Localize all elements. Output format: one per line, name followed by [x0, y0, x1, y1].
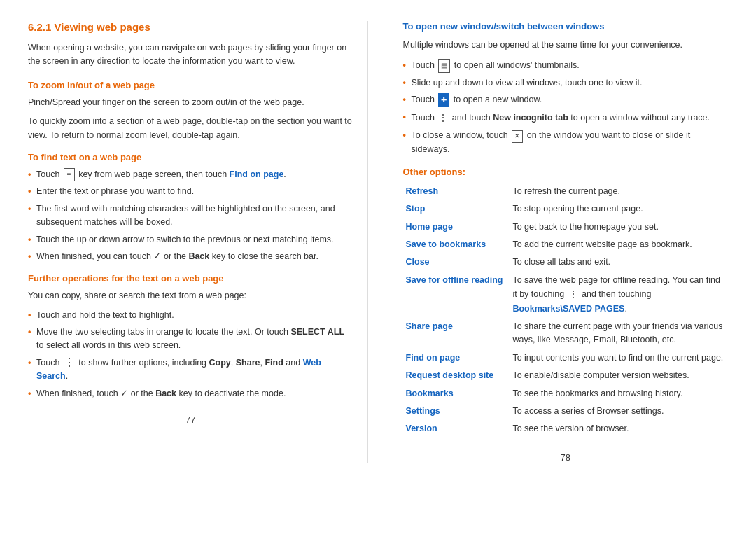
option-row-save-bookmarks: Save to bookmarks To add the current web…: [403, 236, 729, 253]
page-container: 6.2.1 Viewing web pages When opening a w…: [0, 0, 756, 484]
option-label-stop: Stop: [403, 200, 510, 218]
find-text-bullet-1: Touch ≡ key from web page screen, then t…: [28, 168, 354, 182]
zoom-para-1: Pinch/Spread your finger on the screen t…: [28, 96, 354, 109]
window-bullet-1: Touch ▤ to open all windows' thumbnails.: [403, 59, 729, 73]
back-key-ref-2: Back: [155, 389, 176, 398]
window-intro: Multiple windows can be opened at the sa…: [403, 39, 729, 52]
close-window-icon: ✕: [512, 130, 523, 143]
option-row-refresh: Refresh To refresh the current page.: [403, 183, 729, 200]
right-page-number: 78: [403, 452, 729, 463]
dots-icon-2: ⋮: [438, 111, 448, 126]
share-ref: Share: [236, 358, 260, 368]
further-ops-subsection-title: Further operations for the text on a web…: [28, 273, 354, 284]
option-desc-find-on-page: To input contents you want to find on th…: [510, 349, 728, 367]
find-on-page-link: Find on page: [230, 169, 284, 179]
incognito-tab-ref: New incognito tab: [493, 113, 568, 123]
back-key-ref-1: Back: [188, 251, 209, 261]
new-window-icon: ✚: [438, 93, 449, 107]
option-desc-stop: To stop opening the current page.: [510, 200, 728, 218]
further-ops-bullet-2: Move the two selecting tabs in orange to…: [28, 326, 354, 353]
option-label-find-on-page: Find on page: [403, 349, 510, 367]
option-label-settings: Settings: [403, 403, 510, 420]
dots-icon: ⋮: [64, 357, 75, 368]
section-title: 6.2.1 Viewing web pages: [28, 21, 354, 33]
select-all-ref: SELECT ALL: [290, 327, 344, 337]
option-row-share-page: Share page To share the current page wit…: [403, 318, 729, 349]
option-label-homepage: Home page: [403, 218, 510, 236]
option-desc-bookmarks: To see the bookmarks and browsing histor…: [510, 385, 728, 403]
further-ops-bullet-list: Touch and hold the text to highlight. Mo…: [28, 309, 354, 400]
option-row-bookmarks: Bookmarks To see the bookmarks and brows…: [403, 385, 729, 403]
option-desc-version: To see the version of browser.: [510, 420, 728, 438]
find-text-bullet-list: Touch ≡ key from web page screen, then t…: [28, 168, 354, 263]
option-label-save-bookmarks: Save to bookmarks: [403, 236, 510, 253]
other-options-title: Other options:: [403, 167, 729, 177]
window-bullet-3: Touch ✚ to open a new window.: [403, 93, 729, 107]
left-page-number: 77: [28, 414, 354, 425]
option-desc-share-page: To share the current page with your frie…: [510, 318, 728, 349]
option-desc-settings: To access a series of Browser settings.: [510, 403, 728, 420]
option-label-close: Close: [403, 253, 510, 271]
window-bullet-5: To close a window, touch ✕ on the window…: [403, 129, 729, 156]
option-row-close: Close To close all tabs and exit.: [403, 253, 729, 271]
option-row-save-offline: Save for offline reading To save the web…: [403, 272, 729, 318]
zoom-para-2: To quickly zoom into a section of a web …: [28, 115, 354, 142]
windows-icon: ▤: [438, 59, 450, 73]
further-ops-bullet-1: Touch and hold the text to highlight.: [28, 309, 354, 322]
find-text-bullet-4: Touch the up or down arrow to switch to …: [28, 233, 354, 246]
option-row-version: Version To see the version of browser.: [403, 420, 729, 438]
option-row-request-desktop: Request desktop site To enable/disable c…: [403, 367, 729, 384]
option-row-stop: Stop To stop opening the current page.: [403, 200, 729, 218]
option-desc-refresh: To refresh the current page.: [510, 183, 728, 200]
option-label-refresh: Refresh: [403, 183, 510, 200]
option-desc-close: To close all tabs and exit.: [510, 253, 728, 271]
bookmarks-saved-ref: Bookmarks\SAVED PAGES: [512, 304, 624, 314]
window-bullet-4: Touch ⋮ and touch New incognito tab to o…: [403, 111, 729, 126]
option-label-bookmarks: Bookmarks: [403, 385, 510, 403]
option-row-settings: Settings To access a series of Browser s…: [403, 403, 729, 420]
option-desc-save-bookmarks: To add the current website page as bookm…: [510, 236, 728, 253]
further-ops-bullet-3: Touch ⋮ to show further options, includi…: [28, 356, 354, 384]
option-desc-save-offline: To save the web page for offline reading…: [510, 272, 728, 318]
find-text-subsection-title: To find text on a web page: [28, 152, 354, 162]
copy-ref: Copy: [209, 358, 231, 368]
right-column: To open new window/switch between window…: [396, 21, 729, 463]
option-desc-request-desktop: To enable/disable computer version websi…: [510, 367, 728, 384]
find-text-bullet-3: The first word with matching characters …: [28, 202, 354, 230]
find-text-bullet-2: Enter the text or phrase you want to fin…: [28, 185, 354, 198]
intro-text: When opening a website, you can navigate…: [28, 41, 354, 69]
further-ops-bullet-4: When finished, touch ✓ or the Back key t…: [28, 387, 354, 400]
menu-icon: ≡: [64, 168, 75, 182]
left-column: 6.2.1 Viewing web pages When opening a w…: [28, 21, 368, 463]
dots-icon-3: ⋮: [568, 287, 578, 302]
window-bullet-list: Touch ▤ to open all windows' thumbnails.…: [403, 59, 729, 156]
window-section-title: To open new window/switch between window…: [403, 21, 729, 32]
find-text-bullet-5: When finished, you can touch ✓ or the Ba…: [28, 250, 354, 263]
option-label-save-offline: Save for offline reading: [403, 272, 510, 318]
option-row-find-on-page: Find on page To input contents you want …: [403, 349, 729, 367]
option-label-share-page: Share page: [403, 318, 510, 349]
find-ref: Find: [265, 358, 283, 368]
options-table: Refresh To refresh the current page. Sto…: [403, 183, 729, 438]
option-label-request-desktop: Request desktop site: [403, 367, 510, 384]
option-row-homepage: Home page To get back to the homepage yo…: [403, 218, 729, 236]
window-bullet-2: Slide up and down to view all windows, t…: [403, 76, 729, 90]
option-label-version: Version: [403, 420, 510, 438]
further-ops-intro: You can copy, share or search the text f…: [28, 289, 354, 302]
zoom-subsection-title: To zoom in/out of a web page: [28, 80, 354, 90]
option-desc-homepage: To get back to the homepage you set.: [510, 218, 728, 236]
